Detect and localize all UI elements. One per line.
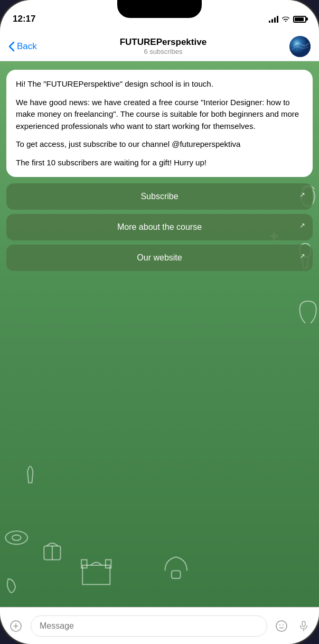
subscribe-button[interactable]: Subscribe ↗ xyxy=(6,183,313,210)
website-arrow-icon: ↗ xyxy=(299,252,305,260)
battery-icon xyxy=(293,16,306,23)
action-buttons: Subscribe ↗ More about the course ↗ Our … xyxy=(6,183,313,271)
microphone-button[interactable] xyxy=(295,617,313,635)
status-bar: 12:17 xyxy=(0,0,319,32)
message-text: Hi! The "FUTUREPerspektive" design schoo… xyxy=(16,78,303,169)
svg-point-12 xyxy=(276,621,287,631)
channel-avatar[interactable] xyxy=(289,36,311,57)
signal-icon xyxy=(269,15,278,23)
message-input[interactable] xyxy=(31,615,267,637)
website-label: Our website xyxy=(137,253,182,263)
sticker-button[interactable] xyxy=(273,617,290,635)
more-course-label: More about the course xyxy=(117,222,202,232)
phone-frame: 12:17 Back FUTUREPe xyxy=(0,0,319,644)
website-button[interactable]: Our website ↗ xyxy=(6,245,313,271)
more-course-arrow-icon: ↗ xyxy=(299,221,305,229)
message-p4: The first 10 subscribers are waiting for… xyxy=(16,157,303,169)
svg-point-13 xyxy=(279,624,280,626)
navigation-bar: Back FUTUREPerspektive 6 subscribes xyxy=(0,32,319,61)
chat-area: ✦ xyxy=(0,61,319,607)
svg-rect-5 xyxy=(172,571,181,578)
message-p3: To get access, just subscribe to our cha… xyxy=(16,138,303,151)
svg-rect-15 xyxy=(302,621,305,626)
message-p1: Hi! The "FUTUREPerspektive" design schoo… xyxy=(16,78,303,90)
status-icons xyxy=(269,15,306,23)
wifi-icon xyxy=(282,15,290,23)
channel-title: FUTUREPerspektive xyxy=(120,37,207,48)
svg-point-14 xyxy=(283,624,284,626)
message-p2: We have good news: we have created a fre… xyxy=(16,97,303,133)
more-course-button[interactable]: More about the course ↗ xyxy=(6,214,313,240)
back-button[interactable]: Back xyxy=(8,41,37,52)
message-card: Hi! The "FUTUREPerspektive" design schoo… xyxy=(6,70,313,177)
svg-point-3 xyxy=(5,531,27,544)
notch xyxy=(117,0,202,18)
svg-point-4 xyxy=(12,535,21,540)
back-label: Back xyxy=(17,41,37,52)
status-time: 12:17 xyxy=(13,14,35,24)
bottom-bar xyxy=(0,607,319,644)
bottom-right-icons xyxy=(273,617,313,635)
channel-subtitle: 6 subscribes xyxy=(120,48,207,55)
subscribe-label: Subscribe xyxy=(140,192,178,201)
nav-center: FUTUREPerspektive 6 subscribes xyxy=(120,37,207,55)
svg-point-0 xyxy=(289,36,311,57)
attach-button[interactable] xyxy=(6,617,25,636)
subscribe-arrow-icon: ↗ xyxy=(299,191,305,199)
